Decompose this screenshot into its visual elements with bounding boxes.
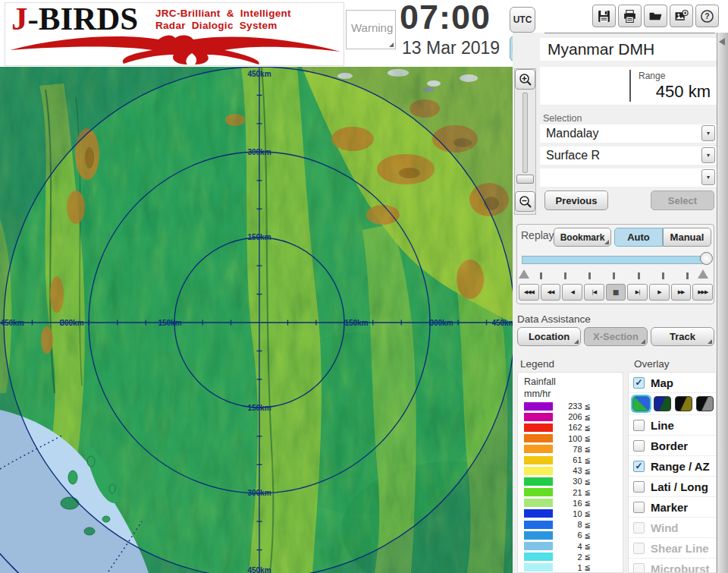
zoom-slider-track[interactable]	[522, 93, 528, 173]
zoom-slider-thumb[interactable]	[516, 175, 534, 184]
less-equal-symbol: ≦	[585, 553, 591, 561]
manual-button[interactable]: Manual	[663, 228, 711, 247]
less-equal-symbol: ≦	[585, 434, 591, 442]
legend-color-swatch	[524, 553, 553, 561]
station-name: Myanmar DMH	[540, 38, 717, 61]
jbirds-app: 450km300km150km150km300km450km450km300km…	[0, 0, 728, 573]
checkbox[interactable]	[633, 481, 645, 493]
checkbox[interactable]: ✓	[633, 461, 645, 472]
chevron-down-icon[interactable]: ▾	[701, 147, 715, 163]
slider-end-marker	[698, 269, 708, 279]
ring-label: 450km	[0, 319, 24, 327]
less-equal-symbol: ≦	[585, 413, 591, 421]
step-forward-button[interactable]: ▶|	[627, 284, 648, 301]
step-back-button[interactable]: |◀	[584, 284, 604, 301]
legend-color-swatch	[524, 488, 553, 496]
legend-label: Legend	[520, 358, 554, 370]
overlay-item-marker[interactable]: Marker	[629, 496, 716, 517]
legend-value: 21	[563, 488, 582, 497]
checkbox[interactable]: ✓	[633, 377, 645, 389]
timezone-utc-button[interactable]: UTC	[510, 7, 535, 33]
panel-edge-strip[interactable]	[717, 33, 728, 573]
save-button[interactable]	[592, 5, 616, 27]
checkbox[interactable]	[633, 543, 645, 554]
radar-map[interactable]: 450km300km150km150km300km450km450km300km…	[0, 67, 513, 573]
save-icon	[597, 9, 611, 24]
panel-collapse-icon[interactable]	[719, 38, 725, 46]
slider-tick	[540, 272, 542, 279]
slider-tick	[564, 272, 566, 279]
map-style-2[interactable]	[675, 396, 692, 411]
bookmark-button[interactable]: Bookmark	[554, 228, 611, 247]
selection-dropdown-2[interactable]: ▾	[540, 168, 717, 187]
select-button[interactable]: Select	[651, 190, 714, 210]
checkbox[interactable]	[633, 563, 645, 573]
dropdown-value: Surface R	[540, 149, 600, 162]
overlay-item-microburst: Microburst	[629, 558, 716, 573]
map-style-1[interactable]	[654, 396, 671, 411]
range-label: Range	[639, 71, 665, 81]
overlay-item-border[interactable]: Border	[629, 435, 716, 455]
overlay-item-range-az[interactable]: ✓Range / AZ	[629, 455, 716, 476]
zoom-out-button[interactable]	[515, 191, 535, 212]
jump-start-button[interactable]: ◀◀◀	[519, 284, 539, 301]
fast-rewind-button[interactable]: ◀◀	[541, 284, 561, 301]
legend-color-swatch	[524, 531, 553, 540]
legend-value: 8	[563, 520, 582, 529]
location-button[interactable]: Location	[517, 327, 581, 346]
play-button[interactable]: ▶	[649, 284, 670, 301]
map-style-options	[629, 392, 716, 414]
overlay-item-line[interactable]: Line	[629, 414, 716, 435]
slider-tick	[588, 272, 591, 279]
replay-slider-thumb[interactable]	[700, 252, 713, 265]
legend-value: 100	[563, 434, 582, 443]
overlay-item-map[interactable]: ✓Map	[629, 373, 716, 392]
clock-time: 07:00	[400, 0, 491, 37]
ring-label: 450km	[247, 70, 271, 78]
chevron-down-icon[interactable]: ▾	[701, 125, 715, 141]
legend-rows: 233≦206≦162≦100≦78≦61≦43≦30≦21≦16≦10≦8≦6…	[518, 401, 623, 573]
jump-end-button[interactable]: ▶▶▶	[692, 284, 713, 301]
track-button[interactable]: Track	[651, 327, 714, 346]
slider-tick	[662, 272, 664, 279]
replay-slider-track[interactable]	[522, 256, 708, 264]
legend-value: 16	[563, 499, 582, 508]
legend-row: 1≦	[518, 562, 623, 573]
ring-label: 150km	[247, 404, 271, 412]
help-button[interactable]: ?	[695, 5, 719, 27]
x-section-button[interactable]: X-Section	[584, 327, 648, 346]
print-button[interactable]	[618, 5, 642, 27]
ring-label: 300km	[247, 489, 271, 497]
add-image-button[interactable]	[670, 5, 693, 27]
checkbox[interactable]	[633, 502, 645, 513]
overlay-item-label: Map	[651, 376, 673, 389]
legend-color-swatch	[524, 563, 553, 571]
stop-button[interactable]: ■	[606, 284, 626, 301]
auto-button[interactable]: Auto	[614, 228, 663, 247]
checkbox[interactable]	[633, 420, 645, 431]
legend-row: 21≦	[518, 487, 623, 498]
play-reverse-button[interactable]: ◀	[562, 284, 582, 301]
open-folder-button[interactable]	[644, 5, 667, 27]
less-equal-symbol: ≦	[585, 402, 591, 411]
checkbox[interactable]	[633, 440, 645, 452]
legend-value: 4	[563, 542, 582, 551]
fast-forward-button[interactable]: ▶▶	[671, 284, 692, 301]
toolbar-icons: ?	[592, 5, 719, 27]
legend-value: 61	[563, 455, 582, 464]
overlay-item-lati-long[interactable]: Lati / Long	[629, 476, 716, 496]
corner-fold-icon	[389, 43, 394, 47]
map-style-0[interactable]	[632, 396, 650, 411]
map-style-3[interactable]	[696, 396, 714, 411]
selection-label: Selection	[543, 113, 582, 124]
legend-color-swatch	[524, 542, 553, 550]
checkbox[interactable]	[633, 522, 645, 534]
previous-button[interactable]: Previous	[544, 190, 608, 210]
zoom-in-button[interactable]	[515, 69, 535, 90]
selection-dropdown-0[interactable]: Mandalay▾	[540, 124, 717, 143]
chevron-down-icon[interactable]: ▾	[701, 169, 715, 185]
selection-dropdown-1[interactable]: Surface R▾	[540, 146, 717, 165]
corner-fold-icon	[574, 339, 579, 344]
warning-label: Warning	[351, 21, 393, 34]
warning-selector[interactable]: Warning	[346, 10, 396, 49]
